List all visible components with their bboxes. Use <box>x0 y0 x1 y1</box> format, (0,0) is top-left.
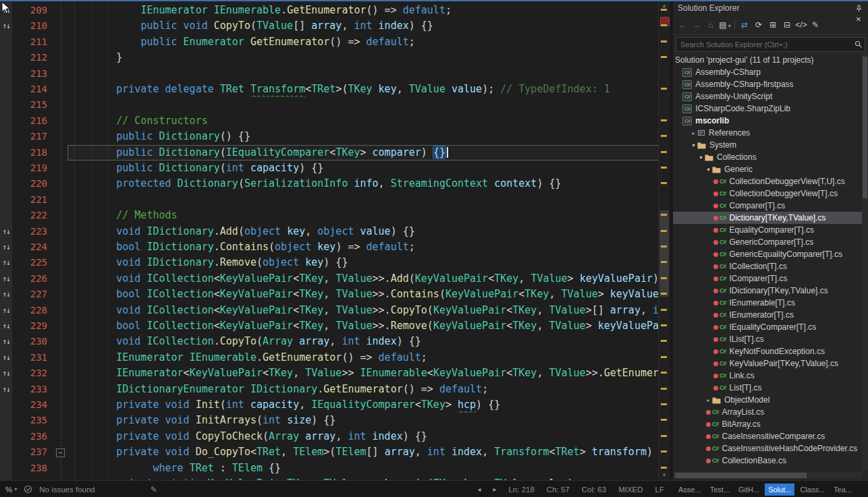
panel-title-bar[interactable]: Solution Explorer ▾✕ <box>673 0 868 16</box>
line-number[interactable]: 233 <box>12 382 47 397</box>
tool-window-tab[interactable]: Asse... <box>675 484 705 496</box>
line-number[interactable]: 237 <box>12 444 47 460</box>
line-number[interactable]: 225 <box>12 255 47 270</box>
code-line[interactable]: 213 <box>0 66 670 82</box>
tree-item[interactable]: C#ArrayList.cs <box>673 406 862 418</box>
tool-window-tab[interactable]: Tea... <box>830 484 855 496</box>
code-line[interactable]: 234 private void Init(int capacity, IEqu… <box>0 397 670 413</box>
tool-window-tab[interactable]: Class... <box>796 484 828 496</box>
expand-arrow-icon[interactable]: ▸ <box>690 130 697 136</box>
implements-glyph-icon[interactable]: ↑↓ <box>0 334 12 349</box>
line-number[interactable]: 215 <box>12 97 47 113</box>
code-line[interactable]: 221 <box>0 192 670 208</box>
line-number[interactable]: 221 <box>12 192 47 208</box>
code-line[interactable]: ↑↓231 IEnumerator IEnumerable.GetEnumera… <box>0 350 670 366</box>
close-icon[interactable]: ✕ <box>853 13 864 24</box>
tree-item[interactable]: C#List[T].cs <box>673 382 862 394</box>
code-line[interactable]: 220 protected Dictionary(SerializationIn… <box>0 176 670 192</box>
forward-icon[interactable]: → <box>690 19 703 31</box>
tool-window-tab[interactable]: Solut... <box>765 484 794 496</box>
code-line[interactable]: ↑↓209 IEnumerator IEnumerable.GetEnumera… <box>0 3 670 19</box>
panel-horizontal-scrollbar[interactable] <box>673 472 862 479</box>
code-line[interactable]: ↑↓229 bool ICollection<KeyValuePair<TKey… <box>0 318 670 334</box>
panel-hscrollbar-thumb[interactable] <box>675 473 807 478</box>
code-line[interactable]: 214 private delegate TRet Transform<TRet… <box>0 82 670 98</box>
tree-item[interactable]: C#EqualityComparer[T].cs <box>673 224 862 236</box>
code-line[interactable]: 211 public Enumerator GetEnumerator() =>… <box>0 34 670 51</box>
tree-item[interactable]: C#IDictionary[TKey,TValue].cs <box>673 285 862 297</box>
tree-item[interactable]: C#Comparer[T].cs <box>673 200 862 212</box>
fold-collapse-button[interactable]: − <box>56 448 65 457</box>
expand-arrow-icon[interactable]: ▸ <box>705 397 712 403</box>
line-number[interactable]: 232 <box>12 366 47 381</box>
code-line[interactable]: ↑↓227 bool ICollection<KeyValuePair<TKey… <box>0 287 670 303</box>
tree-item[interactable]: C#Assembly-UnityScript <box>673 90 862 103</box>
line-number[interactable]: 224 <box>12 239 47 255</box>
pin-icon[interactable] <box>853 3 864 13</box>
implements-glyph-icon[interactable]: ↑↓ <box>0 318 12 334</box>
tree-item[interactable]: Solution 'project-gui' (11 of 11 project… <box>673 54 862 66</box>
code-line[interactable]: 215 <box>0 97 670 113</box>
issues-check-icon[interactable] <box>24 485 32 494</box>
line-number[interactable]: 216 <box>12 113 47 129</box>
line-number[interactable]: 219 <box>12 160 47 176</box>
solution-search-box[interactable] <box>676 37 865 52</box>
tree-item[interactable]: C#IEnumerator[T].cs <box>673 309 862 321</box>
tree-item[interactable]: C#KeyNotFoundException.cs <box>673 345 862 357</box>
back-icon[interactable]: ← <box>676 19 689 31</box>
line-number[interactable]: 227 <box>12 287 47 302</box>
code-line[interactable]: 236 private void CopyToCheck(Array array… <box>0 429 670 445</box>
tree-item[interactable]: C#CaseInsensitiveComparer.cs <box>673 430 862 442</box>
implements-glyph-icon[interactable]: ↑↓ <box>0 239 12 255</box>
implements-glyph-icon[interactable]: ↑↓ <box>0 271 12 287</box>
line-number[interactable]: 228 <box>12 303 47 318</box>
switch-views-icon[interactable]: ▤ ▾ <box>718 19 732 31</box>
line-number[interactable]: 236 <box>12 429 47 444</box>
collapse-arrow-icon[interactable]: ▾ <box>705 167 712 173</box>
code-line[interactable]: 218 public Dictionary(IEqualityComparer<… <box>0 145 670 161</box>
code-line[interactable]: ↑↓210 public void CopyTo(TValue[] array,… <box>0 18 670 34</box>
collapse-arrow-icon[interactable]: ▾ <box>690 142 697 148</box>
code-line[interactable]: ↑↓224 bool IDictionary.Contains(object k… <box>0 239 670 256</box>
tool-window-tab[interactable]: Test... <box>707 484 733 496</box>
code-line[interactable]: 217 public Dictionary() {} <box>0 129 670 145</box>
code-line[interactable]: ↑↓226 void ICollection<KeyValuePair<TKey… <box>0 271 670 287</box>
tree-item[interactable]: C#Link.cs <box>673 370 862 382</box>
nav-back-icon[interactable]: ◂ <box>477 486 481 493</box>
nav-forward-icon[interactable]: ▸ <box>493 486 496 493</box>
code-line[interactable]: ↑↓233 IDictionaryEnumerator IDictionary.… <box>0 382 670 398</box>
line-number[interactable]: 234 <box>12 397 47 413</box>
zoom-control[interactable]: % ▾ <box>5 486 17 494</box>
implements-glyph-icon[interactable]: ↑↓ <box>0 287 12 302</box>
tree-item[interactable]: C#KeyValuePair[TKey,TValue].cs <box>673 357 862 370</box>
status-message[interactable]: No issues found <box>39 486 94 494</box>
search-icon[interactable] <box>852 40 865 49</box>
implements-glyph-icon[interactable]: ↑↓ <box>0 382 12 397</box>
line-number[interactable]: 210 <box>12 18 47 34</box>
code-line[interactable]: ↑↓223 void IDictionary.Add(object key, o… <box>0 224 670 240</box>
tree-item[interactable]: C#CollectionDebuggerView[T,U].cs <box>673 175 862 187</box>
code-line[interactable]: 222 // Methods <box>0 208 670 224</box>
editor-vertical-scrollbar[interactable]: ▲ ▼ <box>658 0 670 480</box>
code-editor[interactable]: ↑↓209 IEnumerator IEnumerable.GetEnumera… <box>0 0 670 480</box>
home-icon[interactable]: ⌂ <box>704 19 717 31</box>
line-number[interactable]: 218 <box>12 145 47 160</box>
code-line[interactable]: 235 private void InitArrays(int size) {} <box>0 413 670 429</box>
view-code-icon[interactable]: </> <box>794 19 808 31</box>
implements-glyph-icon[interactable]: ↑↓ <box>0 303 12 318</box>
properties-icon[interactable]: ✎ <box>809 19 822 31</box>
tree-item[interactable]: ▾System <box>673 139 862 151</box>
line-number[interactable]: 217 <box>12 129 47 144</box>
line-number[interactable]: 212 <box>12 50 47 65</box>
scroll-down-icon[interactable]: ▼ <box>659 471 670 479</box>
sync-with-active-document-icon[interactable]: ⇄ <box>738 19 751 31</box>
tree-item[interactable]: ▸ObjectModel <box>673 394 862 406</box>
tree-item[interactable]: C#IList[T].cs <box>673 333 862 345</box>
line-number[interactable]: 222 <box>12 208 47 223</box>
line-number[interactable]: 209 <box>12 3 47 18</box>
implements-glyph-icon[interactable]: ↑↓ <box>0 350 12 366</box>
code-line[interactable]: 216 // Constructors <box>0 113 670 129</box>
code-line[interactable]: ↑↓228 void ICollection<KeyValuePair<TKey… <box>0 303 670 319</box>
code-line[interactable]: 212 } <box>0 50 670 66</box>
implements-glyph-icon[interactable]: ↑↓ <box>0 3 12 18</box>
